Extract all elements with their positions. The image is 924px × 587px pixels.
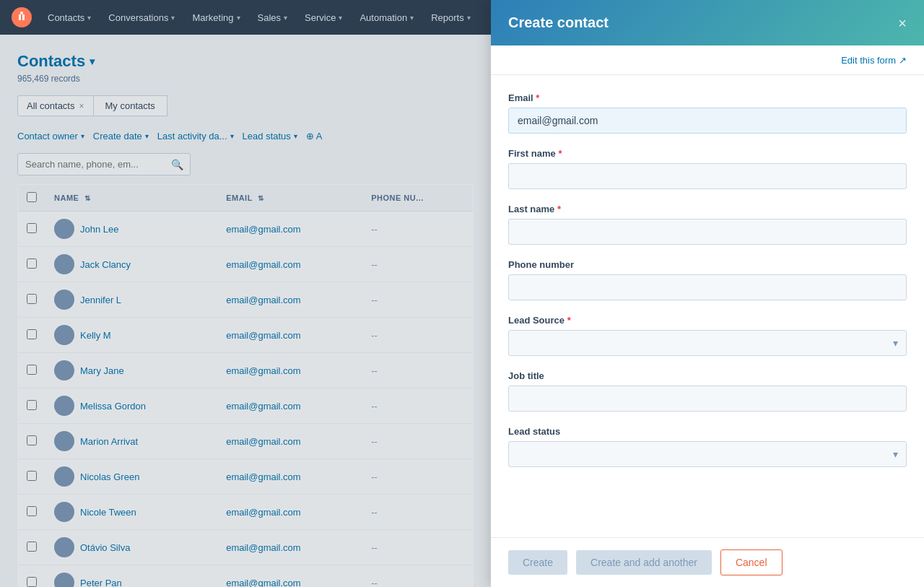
edit-form-link[interactable]: Edit this form ↗	[841, 55, 907, 66]
panel-close-button[interactable]: ×	[898, 16, 907, 30]
panel-title: Create contact	[508, 14, 609, 31]
svg-point-1	[20, 12, 23, 14]
lead-status-select[interactable]: NewOpenIn ProgressOpen DealUnqualifiedAt…	[508, 441, 907, 467]
lead-source-field-group: Lead Source * Organic SearchPaid SearchE…	[508, 315, 907, 356]
last-name-input[interactable]	[508, 219, 907, 245]
first-name-field-group: First name *	[508, 148, 907, 189]
nav-marketing[interactable]: Marketing ▾	[185, 8, 247, 27]
create-contact-panel: Create contact × Edit this form ↗ Email …	[491, 0, 924, 587]
first-name-label: First name *	[508, 148, 907, 159]
external-link-icon: ↗	[899, 55, 907, 66]
lead-source-label: Lead Source *	[508, 315, 907, 326]
nav-automation[interactable]: Automation ▾	[352, 8, 421, 27]
nav-sales[interactable]: Sales ▾	[250, 8, 295, 27]
lead-status-label: Lead status	[508, 426, 907, 437]
nav-reports[interactable]: Reports ▾	[424, 8, 478, 27]
chevron-down-icon: ▾	[284, 14, 287, 22]
phone-input[interactable]	[508, 274, 907, 300]
nav-service[interactable]: Service ▾	[297, 8, 349, 27]
chevron-down-icon: ▾	[237, 14, 240, 22]
last-name-label: Last name *	[508, 204, 907, 214]
nav-contacts[interactable]: Contacts ▾	[40, 8, 98, 27]
chevron-down-icon: ▾	[339, 14, 342, 22]
lead-source-select-wrap: Organic SearchPaid SearchEmail Marketing…	[508, 330, 907, 356]
last-name-field-group: Last name *	[508, 204, 907, 245]
panel-header: Create contact ×	[491, 0, 924, 45]
phone-field-group: Phone number	[508, 259, 907, 300]
create-and-add-another-button[interactable]: Create and add another	[576, 550, 712, 575]
job-title-field-group: Job title	[508, 370, 907, 412]
create-button[interactable]: Create	[508, 550, 567, 575]
panel-body: Email * First name * Last name * Phone n…	[491, 75, 924, 537]
nav-conversations[interactable]: Conversations ▾	[101, 8, 182, 27]
chevron-down-icon: ▾	[467, 14, 471, 22]
lead-source-select[interactable]: Organic SearchPaid SearchEmail Marketing…	[508, 330, 907, 356]
email-input[interactable]	[508, 108, 907, 134]
first-name-input[interactable]	[508, 163, 907, 189]
panel-footer: Create Create and add another Cancel	[491, 537, 924, 587]
hubspot-logo	[12, 7, 32, 27]
job-title-label: Job title	[508, 370, 907, 381]
lead-status-select-wrap: NewOpenIn ProgressOpen DealUnqualifiedAt…	[508, 441, 907, 467]
cancel-button[interactable]: Cancel	[720, 549, 783, 575]
chevron-down-icon: ▾	[87, 14, 91, 22]
chevron-down-icon: ▾	[171, 14, 175, 22]
phone-label: Phone number	[508, 259, 907, 270]
chevron-down-icon: ▾	[410, 14, 414, 22]
email-label: Email *	[508, 92, 907, 103]
job-title-input[interactable]	[508, 386, 907, 412]
email-field-group: Email *	[508, 92, 907, 134]
lead-status-field-group: Lead status NewOpenIn ProgressOpen DealU…	[508, 426, 907, 467]
svg-point-0	[12, 7, 32, 27]
panel-subheader: Edit this form ↗	[491, 45, 924, 75]
